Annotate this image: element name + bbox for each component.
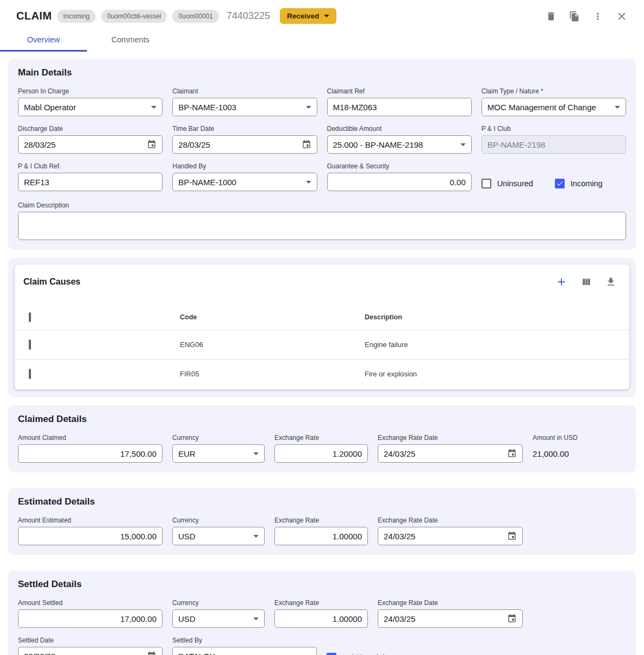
more-options-button[interactable]	[591, 10, 604, 23]
calendar-icon[interactable]	[507, 614, 517, 623]
claim-description-field: Claim Description	[18, 201, 626, 240]
claim-type-value: MOC Management of Change	[487, 103, 596, 112]
pi-club-ref-field: P & I Club Ref.	[18, 162, 162, 193]
time-bar-date-input[interactable]	[178, 140, 297, 149]
guarantee-security-field: Guarantee & Security	[327, 162, 472, 193]
deductible-amount-select[interactable]: 25.000 - BP-NAME-2198	[327, 135, 472, 154]
claim-causes-header-row: Code Description	[15, 304, 629, 330]
discharge-date-field: Discharge Date	[18, 125, 162, 154]
time-bar-date-field: Time Bar Date	[172, 125, 317, 154]
handled-by-select[interactable]: BP-NAME-1000	[172, 173, 317, 191]
trash-icon	[546, 15, 557, 23]
claimed-exchange-rate-field: Exchange Rate	[274, 434, 368, 463]
chevron-down-icon	[253, 535, 259, 538]
export-button[interactable]	[604, 275, 617, 288]
calendar-icon[interactable]	[302, 140, 311, 149]
settled-date-input[interactable]	[24, 652, 142, 655]
claimed-currency-field: Currency EUR	[172, 434, 265, 463]
calendar-icon[interactable]	[147, 651, 157, 655]
claimed-exchange-rate-label: Exchange Rate	[274, 434, 368, 442]
table-row[interactable]: ENG06 Engine failure	[15, 330, 629, 359]
person-in-charge-field: Person In Charge Mabl Operator	[18, 87, 162, 116]
uninsured-checkbox[interactable]: Uninsured	[482, 179, 533, 188]
settled-currency-value: USD	[178, 614, 196, 623]
claimant-label: Claimant	[172, 87, 317, 95]
checkbox-unchecked-icon	[482, 179, 491, 188]
estimated-currency-label: Currency	[172, 517, 265, 524]
estimated-exchange-rate-date-field: Exchange Rate Date	[378, 517, 523, 545]
paid-by-club-checkbox[interactable]: Paid by Club	[327, 653, 387, 655]
settled-currency-label: Currency	[172, 599, 265, 607]
settled-details-section: Settled Details Amount Settled Currency …	[8, 570, 636, 655]
tab-overview[interactable]: Overview	[0, 28, 87, 52]
incoming-label: Incoming	[571, 179, 603, 188]
settled-exchange-rate-date-input[interactable]	[384, 614, 503, 623]
columns-icon	[581, 281, 592, 289]
claimed-currency-value: EUR	[178, 449, 196, 458]
discharge-date-input[interactable]	[24, 140, 142, 149]
estimated-exchange-rate-input[interactable]	[280, 532, 362, 541]
calendar-icon[interactable]	[147, 140, 157, 149]
column-settings-button[interactable]	[580, 275, 593, 288]
settled-by-select[interactable]: DATALOY	[172, 647, 317, 655]
handled-by-field: Handled By BP-NAME-1000	[172, 162, 317, 193]
estimated-exchange-rate-date-input[interactable]	[384, 532, 503, 541]
estimated-currency-select[interactable]: USD	[172, 527, 265, 545]
close-button[interactable]	[615, 9, 629, 23]
row-checkbox[interactable]	[29, 369, 31, 379]
claimed-currency-label: Currency	[172, 434, 265, 442]
download-icon	[605, 281, 616, 289]
code-column-header: Code	[180, 313, 365, 321]
claimed-exchange-rate-input[interactable]	[280, 449, 362, 458]
settled-exchange-rate-field: Exchange Rate	[274, 599, 368, 628]
settled-currency-select[interactable]: USD	[172, 609, 265, 628]
add-claim-cause-button[interactable]	[554, 275, 568, 289]
claimed-currency-select[interactable]: EUR	[172, 444, 265, 463]
claimant-select[interactable]: BP-NAME-1003	[172, 98, 317, 116]
cause-description: Fire or explosion	[365, 370, 629, 378]
amount-in-usd-label: Amount in USD	[533, 434, 626, 442]
amount-settled-input[interactable]	[24, 614, 157, 623]
table-row[interactable]: FIR05 Fire or explosion	[15, 359, 629, 388]
claimed-exchange-rate-date-label: Exchange Rate Date	[378, 434, 523, 442]
claim-causes-card: Claim Causes Code Description	[15, 264, 629, 389]
tab-bar: Overview Comments	[0, 28, 644, 52]
discharge-date-label: Discharge Date	[18, 125, 162, 133]
calendar-icon[interactable]	[507, 531, 517, 541]
amount-claimed-input[interactable]	[24, 449, 157, 458]
copy-button[interactable]	[568, 10, 581, 23]
row-checkbox[interactable]	[29, 339, 31, 350]
status-dropdown-button[interactable]: Received	[280, 8, 336, 24]
estimated-exchange-rate-label: Exchange Rate	[274, 517, 368, 524]
person-in-charge-select[interactable]: Mabl Operator	[18, 98, 162, 116]
guarantee-security-input[interactable]	[333, 178, 466, 187]
amount-in-usd-value: 21,000.00	[533, 444, 626, 458]
amount-settled-field: Amount Settled	[18, 599, 162, 628]
checkbox-checked-icon	[327, 653, 336, 655]
cause-code: FIR05	[180, 370, 365, 378]
pi-club-ref-label: P & I Club Ref.	[18, 162, 162, 170]
incoming-checkbox[interactable]: Incoming	[555, 179, 603, 188]
tab-comments[interactable]: Comments	[87, 28, 174, 52]
pi-club-label: P & I Club	[482, 125, 626, 133]
time-bar-date-label: Time Bar Date	[172, 125, 317, 133]
claim-number: 74403225	[227, 10, 270, 22]
page-title: CLAIM	[16, 10, 52, 22]
cause-description: Engine failure	[365, 341, 629, 349]
settled-by-field: Settled By DATALOY	[172, 637, 317, 655]
delete-button[interactable]	[545, 10, 558, 23]
claim-type-select[interactable]: MOC Management of Change	[482, 98, 626, 116]
claimant-ref-label: Claimant Ref	[327, 87, 472, 95]
claimed-exchange-rate-date-input[interactable]	[384, 449, 503, 458]
calendar-icon[interactable]	[507, 449, 517, 458]
select-all-checkbox[interactable]	[29, 312, 31, 322]
pi-club-readonly: BP-NAME-2198	[482, 135, 626, 154]
amount-claimed-label: Amount Claimed	[18, 434, 162, 442]
claim-description-input[interactable]	[18, 212, 626, 240]
pi-club-ref-input[interactable]	[24, 178, 157, 187]
settled-exchange-rate-input[interactable]	[280, 614, 362, 623]
amount-estimated-input[interactable]	[24, 532, 157, 541]
main-details-title: Main Details	[18, 67, 626, 78]
claimant-ref-input[interactable]	[333, 103, 466, 112]
close-icon	[616, 16, 628, 24]
